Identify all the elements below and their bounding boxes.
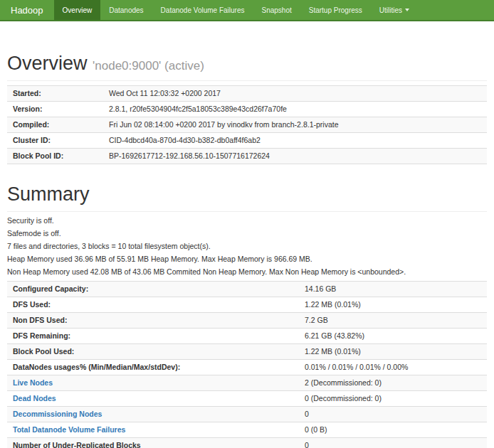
row-label: Number of Under-Replicated Blocks	[7, 438, 299, 448]
row-value: 0	[299, 407, 487, 422]
overview-heading: Overview 'node0:9000' (active)	[7, 53, 487, 75]
table-row-compiled: Compiled: Fri Jun 02 08:14:00 +0200 2017…	[7, 117, 487, 133]
nav-item-datanode-volume-failures[interactable]: Datanode Volume Failures	[152, 0, 253, 20]
security-status: Security is off.	[7, 217, 487, 225]
table-row-version: Version: 2.8.1, r20fe5304904fc2f5a18053c…	[7, 102, 487, 117]
caret-down-icon	[405, 9, 409, 11]
navbar-menu: Overview Datanodes Datanode Volume Failu…	[54, 0, 418, 20]
total-datanode-volume-failures-link[interactable]: Total Datanode Volume Failures	[13, 425, 125, 434]
row-label: Cluster ID:	[7, 133, 103, 149]
summary-title: Summary	[7, 183, 90, 205]
namenode-address: 'node0:9000' (active)	[93, 59, 204, 73]
table-row-dfs-used: DFS Used: 1.22 MB (0.01%)	[7, 297, 487, 313]
summary-heading: Summary	[7, 183, 487, 206]
top-navbar: Hadoop Overview Datanodes Datanode Volum…	[0, 0, 494, 21]
row-value: 0 (Decommissioned: 0)	[299, 391, 487, 407]
heading-divider	[7, 211, 487, 212]
row-value: 14.16 GB	[299, 282, 487, 297]
table-row-started: Started: Wed Oct 11 12:03:32 +0200 2017	[7, 86, 487, 102]
row-value: Fri Jun 02 08:14:00 +0200 2017 by vinodk…	[103, 117, 487, 133]
row-value: 1.22 MB (0.01%)	[299, 344, 487, 360]
filesystem-objects-count: 7 files and directories, 3 blocks = 10 t…	[7, 242, 487, 250]
table-row-total-datanode-volume-failures: Total Datanode Volume Failures 0 (0 B)	[7, 422, 487, 438]
decommissioning-nodes-link[interactable]: Decommissioning Nodes	[13, 410, 102, 418]
row-value: 0 (0 B)	[299, 422, 487, 438]
nav-item-label: Utilities	[379, 6, 402, 14]
row-value: 7.2 GB	[299, 313, 487, 329]
nav-item-label: Overview	[63, 6, 93, 14]
nav-item-label: Datanodes	[109, 6, 143, 14]
nav-item-utilities-dropdown[interactable]: Utilities	[371, 0, 418, 20]
live-nodes-link[interactable]: Live Nodes	[13, 378, 53, 387]
table-row-cluster-id: Cluster ID: CID-4dbcd40a-870d-4d30-b382-…	[7, 133, 487, 149]
table-row-live-nodes: Live Nodes 2 (Decommissioned: 0)	[7, 375, 487, 391]
nav-item-label: Startup Progress	[309, 6, 362, 14]
nav-item-snapshot[interactable]: Snapshot	[253, 0, 300, 20]
overview-info-table: Started: Wed Oct 11 12:03:32 +0200 2017 …	[7, 85, 487, 164]
heading-divider	[7, 80, 487, 81]
dead-nodes-link[interactable]: Dead Nodes	[13, 394, 56, 402]
nav-item-startup-progress[interactable]: Startup Progress	[300, 0, 371, 20]
table-row-dead-nodes: Dead Nodes 0 (Decommissioned: 0)	[7, 391, 487, 407]
table-row-block-pool-id: Block Pool ID: BP-1692617712-192.168.56.…	[7, 149, 487, 164]
row-value: 0	[299, 438, 487, 448]
table-row-dfs-remaining: DFS Remaining: 6.21 GB (43.82%)	[7, 329, 487, 344]
table-row-block-pool-used: Block Pool Used: 1.22 MB (0.01%)	[7, 344, 487, 360]
nav-item-overview[interactable]: Overview	[54, 0, 101, 20]
table-row-under-replicated-blocks: Number of Under-Replicated Blocks 0	[7, 438, 487, 448]
safemode-status: Safemode is off.	[7, 230, 487, 238]
row-value: 2 (Decommissioned: 0)	[299, 375, 487, 391]
row-value: 0.01% / 0.01% / 0.01% / 0.00%	[299, 360, 487, 375]
row-label: Block Pool ID:	[7, 149, 103, 164]
non-heap-memory-usage: Non Heap Memory used 42.08 MB of 43.06 M…	[7, 268, 487, 276]
row-label: Configured Capacity:	[7, 282, 299, 297]
row-value: BP-1692617712-192.168.56.10-150771617262…	[103, 149, 487, 164]
row-label: Non DFS Used:	[7, 313, 299, 329]
row-value: 6.21 GB (43.82%)	[299, 329, 487, 344]
overview-title: Overview	[7, 53, 88, 74]
row-label: Version:	[7, 102, 103, 117]
table-row-decommissioning-nodes: Decommissioning Nodes 0	[7, 407, 487, 422]
nav-item-label: Datanode Volume Failures	[161, 6, 245, 14]
table-row-datanodes-usages: DataNodes usages% (Min/Median/Max/stdDev…	[7, 360, 487, 375]
row-label: DataNodes usages% (Min/Median/Max/stdDev…	[7, 360, 299, 375]
table-row-configured-capacity: Configured Capacity: 14.16 GB	[7, 282, 487, 297]
row-value: CID-4dbcd40a-870d-4d30-b382-db0aff4f6ab2	[103, 133, 487, 149]
row-value: Wed Oct 11 12:03:32 +0200 2017	[103, 86, 487, 102]
nav-item-datanodes[interactable]: Datanodes	[100, 0, 152, 20]
summary-stats-table: Configured Capacity: 14.16 GB DFS Used: …	[7, 281, 487, 448]
row-label: Block Pool Used:	[7, 344, 299, 360]
summary-notes: Security is off. Safemode is off. 7 file…	[7, 217, 487, 276]
row-label: DFS Used:	[7, 297, 299, 313]
table-row-non-dfs-used: Non DFS Used: 7.2 GB	[7, 313, 487, 329]
row-label: Compiled:	[7, 117, 103, 133]
hadoop-brand[interactable]: Hadoop	[0, 0, 54, 20]
row-value: 1.22 MB (0.01%)	[299, 297, 487, 313]
heap-memory-usage: Heap Memory used 36.96 MB of 55.91 MB He…	[7, 255, 487, 263]
page-content: Overview 'node0:9000' (active) Started: …	[0, 53, 494, 448]
nav-item-label: Snapshot	[261, 6, 291, 14]
row-label: Started:	[7, 86, 103, 102]
row-value: 2.8.1, r20fe5304904fc2f5a18053c389e43cd2…	[103, 102, 487, 117]
row-label: DFS Remaining:	[7, 329, 299, 344]
